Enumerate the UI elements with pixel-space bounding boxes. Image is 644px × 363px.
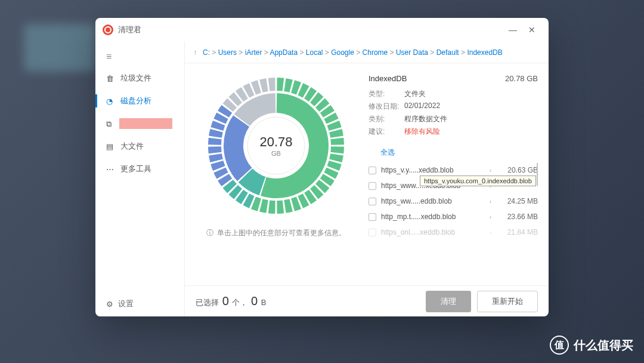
footer: 已选择 0 个， 0 B 清理 重新开始 <box>185 285 549 316</box>
file-row[interactable]: http_mp.t.....xeddb.blob›23.66 MB <box>369 209 538 224</box>
sidebar: ≡ 🗑垃圾文件◔磁盘分析⧉重复文件▤大文件⋯更多工具 ⚙ 设置 <box>95 42 185 316</box>
breadcrumb-link[interactable]: Chrome <box>363 48 388 57</box>
sidebar-item-3[interactable]: ▤大文件 <box>95 135 184 158</box>
file-size: 21.84 MB <box>496 228 538 236</box>
scrollbar-thumb[interactable] <box>537 162 538 186</box>
close-button[interactable]: ✕ <box>522 20 541 39</box>
select-all-link[interactable]: 全选 <box>380 147 538 158</box>
more-icon: ⋯ <box>106 165 114 173</box>
minimize-button[interactable]: — <box>503 20 522 39</box>
info-row: 类型:文件夹 <box>369 89 538 99</box>
donut-center: 20.78 GB <box>259 134 292 157</box>
file-tooltip: https_v.youku.com_0.indexeddb.blob <box>420 176 536 186</box>
large-file-icon: ▤ <box>106 142 114 150</box>
chart-hint: ⓘ 单击上图中的任意部分可查看更多信息。 <box>206 228 346 238</box>
sidebar-item-label: 大文件 <box>120 141 144 152</box>
file-checkbox[interactable] <box>369 167 376 174</box>
info-row: 类别:程序数据文件 <box>369 114 538 124</box>
sidebar-item-0[interactable]: 🗑垃圾文件 <box>95 67 184 90</box>
file-checkbox[interactable] <box>369 213 376 221</box>
breadcrumb-link[interactable]: User Data <box>396 48 428 57</box>
breadcrumb-link[interactable]: Google <box>331 48 354 57</box>
breadcrumb-link[interactable]: Users <box>218 48 237 57</box>
sidebar-item-1[interactable]: ◔磁盘分析 <box>95 90 184 112</box>
chevron-right-icon: › <box>490 214 491 220</box>
breadcrumb-up-icon[interactable]: ↑ <box>193 48 197 57</box>
watermark-icon: 值 <box>550 336 569 355</box>
info-row: 修改日期:02/01/2022 <box>369 101 538 112</box>
breadcrumb-link[interactable]: AppData <box>270 48 298 57</box>
clean-button[interactable]: 清理 <box>426 291 471 312</box>
sidebar-item-2[interactable]: ⧉重复文件 <box>95 112 184 135</box>
file-name: http_mp.t.....xeddb.blob <box>381 213 485 221</box>
file-size: 20.63 GB <box>496 166 538 174</box>
settings-button[interactable]: ⚙ 设置 <box>95 291 184 316</box>
breadcrumb-link[interactable]: Local <box>306 48 323 57</box>
disk-icon: ◔ <box>106 97 114 105</box>
app-logo-icon <box>103 24 113 35</box>
folder-name: IndexedDB <box>369 74 407 83</box>
file-checkbox[interactable] <box>369 182 376 190</box>
breadcrumb-link[interactable]: iArter <box>245 48 262 57</box>
restart-button[interactable]: 重新开始 <box>477 291 538 312</box>
file-row[interactable]: https_ww.....eddb.blob›24.25 MB <box>369 193 538 209</box>
sidebar-item-4[interactable]: ⋯更多工具 <box>95 158 184 180</box>
file-list: https_v.youku.com_0.indexeddb.blob https… <box>369 162 538 275</box>
breadcrumb-link[interactable]: IndexedDB <box>467 48 502 57</box>
folder-size: 20.78 GB <box>505 74 538 83</box>
file-size: 24.25 MB <box>496 197 538 205</box>
file-name: https_ww.....eddb.blob <box>381 197 485 205</box>
chevron-right-icon: › <box>490 229 491 236</box>
sidebar-item-label: 垃圾文件 <box>120 73 151 84</box>
duplicate-icon: ⧉ <box>106 119 114 128</box>
sidebar-item-label: 磁盘分析 <box>120 96 151 106</box>
gear-icon: ⚙ <box>106 300 113 309</box>
sidebar-item-label: 更多工具 <box>120 164 151 174</box>
selection-summary: 已选择 0 个， 0 B <box>196 294 266 308</box>
info-icon: ⓘ <box>206 228 213 238</box>
disk-donut-chart[interactable]: 20.78 GB <box>205 74 348 217</box>
chevron-right-icon: › <box>490 167 491 174</box>
hamburger-icon[interactable]: ≡ <box>95 47 184 67</box>
sidebar-item-label: 重复文件 <box>120 118 151 129</box>
settings-label: 设置 <box>118 299 134 309</box>
chevron-right-icon: › <box>490 198 491 205</box>
breadcrumb-link[interactable]: C: <box>203 48 210 57</box>
file-checkbox[interactable] <box>369 198 376 205</box>
watermark: 值 什么值得买 <box>550 336 633 355</box>
file-name: https_v.y.....xeddb.blob <box>381 166 485 174</box>
app-title: 清理君 <box>118 24 141 35</box>
breadcrumb-link[interactable]: Default <box>436 48 459 57</box>
trash-icon: 🗑 <box>106 74 114 82</box>
breadcrumb: ↑ C: > Users > iArter > AppData > Local … <box>185 42 549 63</box>
file-row[interactable]: https_onl.....xeddb.blob›21.84 MB <box>369 224 538 240</box>
titlebar: 清理君 — ✕ <box>95 18 549 42</box>
file-size: 23.66 MB <box>496 213 538 221</box>
file-name: https_onl.....xeddb.blob <box>381 228 485 236</box>
app-window: 清理君 — ✕ ≡ 🗑垃圾文件◔磁盘分析⧉重复文件▤大文件⋯更多工具 ⚙ 设置 … <box>95 18 549 316</box>
info-row: 建议:移除有风险 <box>369 127 538 137</box>
file-checkbox[interactable] <box>369 229 376 236</box>
